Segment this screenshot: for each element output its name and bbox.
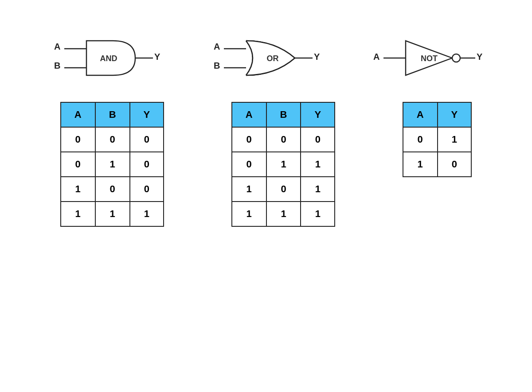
table-cell: 1 bbox=[266, 202, 301, 226]
table-cell: 0 bbox=[95, 127, 130, 152]
table-cell: 0 bbox=[301, 127, 335, 152]
and-output-label: Y bbox=[154, 52, 160, 62]
or-truth-table: A B Y 000011101111 bbox=[231, 102, 335, 227]
and-header-b: B bbox=[95, 102, 130, 127]
main-container: A B Y AND A B bbox=[0, 0, 532, 245]
table-cell: 1 bbox=[130, 202, 164, 226]
not-output-label: Y bbox=[477, 52, 483, 62]
or-header-b: B bbox=[266, 102, 301, 127]
not-gate-svg: A Y NOT bbox=[364, 27, 488, 84]
table-cell: 0 bbox=[130, 152, 164, 177]
or-output-label: Y bbox=[314, 52, 320, 62]
table-cell: 0 bbox=[130, 127, 164, 152]
or-gate-container: A B Y bbox=[204, 27, 328, 84]
not-header-y: Y bbox=[438, 102, 472, 127]
and-header-y: Y bbox=[130, 102, 164, 127]
not-gate-label: NOT bbox=[421, 54, 438, 63]
table-cell: 1 bbox=[232, 202, 266, 226]
or-header-a: A bbox=[232, 102, 266, 127]
not-bubble bbox=[452, 54, 460, 62]
table-cell: 1 bbox=[266, 152, 301, 177]
table-row: 111 bbox=[61, 202, 164, 226]
table-cell: 0 bbox=[61, 127, 95, 152]
tables-row: A B Y 000010100111 A B Y bbox=[27, 102, 505, 227]
table-cell: 1 bbox=[95, 152, 130, 177]
or-header-y: Y bbox=[301, 102, 335, 127]
not-input-a-label: A bbox=[373, 52, 379, 62]
or-input-a-label: A bbox=[214, 42, 220, 51]
not-gate-container: A Y NOT bbox=[364, 27, 488, 84]
table-cell: 0 bbox=[266, 177, 301, 202]
and-gate-container: A B Y AND bbox=[44, 27, 168, 84]
table-row: 011 bbox=[232, 152, 335, 177]
or-table-container: A B Y 000011101111 bbox=[231, 102, 335, 227]
or-input-b-label: B bbox=[214, 61, 220, 70]
table-cell: 0 bbox=[232, 127, 266, 152]
and-input-a-label: A bbox=[54, 42, 60, 51]
not-table-container: A Y 0110 bbox=[403, 102, 472, 177]
table-row: 10 bbox=[403, 152, 472, 177]
not-header-a: A bbox=[403, 102, 438, 127]
table-cell: 0 bbox=[438, 152, 472, 177]
table-row: 010 bbox=[61, 152, 164, 177]
and-table-container: A B Y 000010100111 bbox=[60, 102, 164, 227]
table-row: 100 bbox=[61, 177, 164, 202]
table-cell: 1 bbox=[301, 177, 335, 202]
table-cell: 1 bbox=[301, 202, 335, 226]
table-cell: 0 bbox=[232, 152, 266, 177]
or-gate-label: OR bbox=[267, 54, 279, 63]
table-cell: 1 bbox=[403, 152, 438, 177]
and-gate-label: AND bbox=[100, 54, 117, 63]
gates-row: A B Y AND A B bbox=[27, 27, 505, 84]
table-row: 111 bbox=[232, 202, 335, 226]
table-cell: 1 bbox=[95, 202, 130, 226]
or-gate-svg: A B Y bbox=[204, 27, 328, 84]
and-truth-table: A B Y 000010100111 bbox=[60, 102, 164, 227]
table-row: 000 bbox=[232, 127, 335, 152]
table-cell: 0 bbox=[266, 127, 301, 152]
table-row: 01 bbox=[403, 127, 472, 152]
table-cell: 0 bbox=[95, 177, 130, 202]
table-cell: 1 bbox=[61, 202, 95, 226]
and-input-b-label: B bbox=[54, 61, 60, 70]
not-truth-table: A Y 0110 bbox=[403, 102, 472, 177]
table-row: 000 bbox=[61, 127, 164, 152]
and-gate-svg: A B Y AND bbox=[44, 27, 168, 84]
table-cell: 1 bbox=[232, 177, 266, 202]
table-cell: 1 bbox=[438, 127, 472, 152]
table-cell: 1 bbox=[301, 152, 335, 177]
table-row: 101 bbox=[232, 177, 335, 202]
table-cell: 0 bbox=[130, 177, 164, 202]
table-cell: 0 bbox=[403, 127, 438, 152]
table-cell: 1 bbox=[61, 177, 95, 202]
table-cell: 0 bbox=[61, 152, 95, 177]
and-header-a: A bbox=[61, 102, 95, 127]
